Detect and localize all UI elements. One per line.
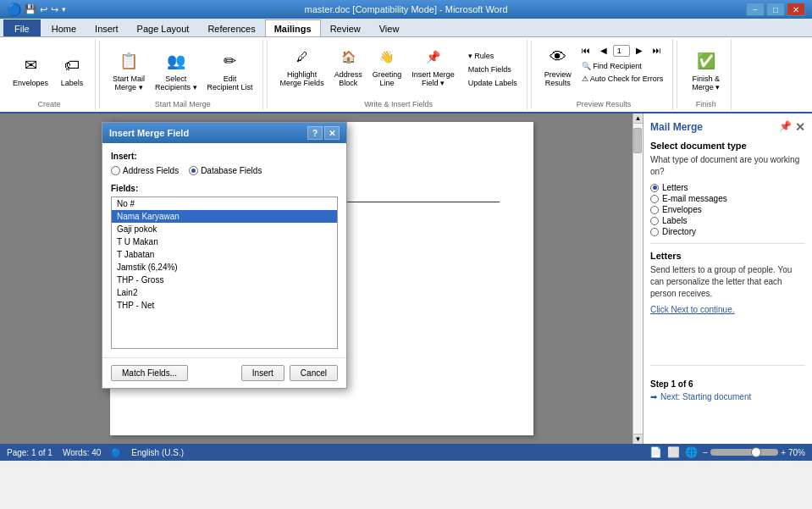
scroll-track: [633, 124, 643, 434]
last-record-button[interactable]: ⏭: [649, 44, 666, 57]
envelopes-icon: ✉: [17, 52, 44, 79]
email-radio[interactable]: E-mail messages: [650, 194, 805, 203]
edit-recipient-list-button[interactable]: ✏ EditRecipient List: [203, 45, 257, 94]
tab-review[interactable]: Review: [321, 19, 370, 36]
maximize-button[interactable]: □: [766, 3, 785, 16]
zoom-in-button[interactable]: +: [781, 448, 786, 457]
address-fields-radio[interactable]: Address Fields: [111, 166, 179, 175]
highlight-merge-fields-button[interactable]: 🖊 HighlightMerge Fields: [276, 41, 329, 90]
tab-mailings[interactable]: Mailings: [265, 19, 321, 36]
panel-close-button[interactable]: ✕: [795, 120, 805, 134]
insert-merge-field-button[interactable]: 📌 Insert MergeField ▾: [407, 41, 459, 90]
close-button[interactable]: ✕: [787, 3, 805, 16]
database-fields-radio[interactable]: Database Fields: [189, 166, 262, 175]
record-number[interactable]: 1: [613, 45, 630, 57]
view-web-icon[interactable]: 🌐: [685, 446, 698, 458]
field-item-nama-karyawan[interactable]: Nama Karyawan: [112, 210, 337, 223]
panel-pin-icon[interactable]: 📌: [779, 120, 792, 134]
scroll-down-button[interactable]: ▼: [633, 434, 643, 444]
field-item-thp-net[interactable]: THP - Net: [112, 299, 337, 312]
address-icon: 🏠: [334, 43, 362, 70]
labels-button[interactable]: 🏷 Labels: [54, 49, 90, 90]
greeting-icon: 👋: [373, 43, 400, 70]
field-item-gaji-pokok[interactable]: Gaji pokok: [112, 223, 337, 235]
next-step-button[interactable]: ➡ Next: Starting document: [650, 392, 805, 401]
select-recipients-button[interactable]: 👥 SelectRecipients ▾: [151, 45, 202, 94]
labels-icon: 🏷: [58, 52, 86, 79]
envelopes-button[interactable]: ✉ Envelopes: [8, 49, 52, 90]
zoom-slider[interactable]: [710, 449, 778, 456]
prev-record-button[interactable]: ◀: [596, 44, 611, 57]
tab-file[interactable]: File: [3, 19, 41, 36]
tab-home[interactable]: Home: [42, 19, 86, 36]
labels-radio[interactable]: Labels: [650, 216, 805, 225]
start-mail-merge-button[interactable]: 📋 Start MailMerge ▾: [108, 45, 149, 94]
quick-redo[interactable]: ↪: [51, 4, 58, 15]
field-item-tu-makan[interactable]: T U Makan: [112, 235, 337, 248]
ribbon-group-start-mail-merge: 📋 Start MailMerge ▾ 👥 SelectRecipients ▾…: [103, 39, 263, 110]
word-icon: 🔵: [7, 3, 21, 16]
find-recipient-button[interactable]: 🔍 Find Recipient: [577, 60, 668, 72]
next-step-label: Next: Starting document: [660, 392, 751, 401]
quick-undo[interactable]: ↩: [40, 4, 47, 15]
doc-vscrollbar: ▲ ▼: [632, 113, 643, 444]
field-item-no[interactable]: No #: [112, 197, 337, 210]
write-insert-content: 🖊 HighlightMerge Fields 🏠 AddressBlock 👋…: [276, 41, 522, 98]
preview-results-button[interactable]: 👁 PreviewResults: [540, 41, 576, 90]
email-label: E-mail messages: [662, 194, 727, 203]
first-record-button[interactable]: ⏮: [577, 44, 594, 57]
tab-page-layout[interactable]: Page Layout: [128, 19, 199, 36]
preview-icon: 👁: [544, 43, 572, 70]
update-labels-button[interactable]: Update Labels: [464, 77, 522, 89]
letters-radio[interactable]: Letters: [650, 183, 805, 192]
status-right: 📄 ⬜ 🌐 − + 70%: [649, 446, 805, 458]
auto-check-errors-button[interactable]: ⚠ Auto Check for Errors: [577, 73, 668, 85]
tab-references[interactable]: References: [198, 19, 264, 36]
zoom-out-button[interactable]: −: [703, 448, 708, 457]
address-fields-circle: [111, 166, 120, 175]
minimize-button[interactable]: −: [746, 3, 765, 16]
directory-radio[interactable]: Directory: [650, 227, 805, 236]
view-print-icon[interactable]: 📄: [649, 446, 662, 458]
field-item-lain2[interactable]: Lain2: [112, 286, 337, 299]
insert-button[interactable]: Insert: [241, 365, 284, 381]
labels-label: Labels: [61, 79, 84, 87]
title-bar-left: 🔵 💾 ↩ ↪ ▾: [7, 3, 66, 16]
scroll-up-button[interactable]: ▲: [633, 113, 643, 124]
scroll-thumb[interactable]: [633, 128, 642, 153]
quick-dropdown[interactable]: ▾: [62, 5, 66, 14]
cancel-button[interactable]: Cancel: [290, 365, 338, 381]
fields-listbox[interactable]: No # Nama Karyawan Gaji pokok T U Makan …: [111, 196, 338, 349]
field-item-thp-gross[interactable]: THP - Gross: [112, 274, 337, 286]
write-insert-small-buttons: ▾ Rules Match Fields Update Labels: [464, 41, 522, 98]
field-item-jamstik[interactable]: Jamstik (6,24%): [112, 261, 337, 274]
finish-merge-button[interactable]: ✅ Finish &Merge ▾: [688, 45, 724, 94]
rules-button[interactable]: ▾ Rules: [464, 50, 522, 62]
view-fullscreen-icon[interactable]: ⬜: [667, 446, 680, 458]
sep4: [677, 41, 677, 108]
envelopes-radio[interactable]: Envelopes: [650, 205, 805, 214]
match-fields-button[interactable]: Match Fields...: [111, 365, 188, 381]
fields-label: Fields:: [111, 184, 338, 193]
insert-label: Insert:: [111, 152, 338, 161]
finish-group-label: Finish: [696, 98, 716, 108]
dialog-close-button[interactable]: ✕: [324, 126, 340, 140]
field-item-t-jabatan[interactable]: T Jabatan: [112, 248, 337, 261]
greeting-line-button[interactable]: 👋 GreetingLine: [368, 41, 406, 90]
zoom-thumb[interactable]: [751, 447, 761, 457]
ribbon-group-finish: ✅ Finish &Merge ▾ Finish: [681, 39, 732, 110]
next-record-button[interactable]: ▶: [632, 44, 647, 57]
dialog-help-button[interactable]: ?: [307, 126, 323, 140]
edit-recipient-icon: ✏: [217, 47, 244, 75]
spell-check-icon[interactable]: 🔵: [111, 448, 121, 457]
words-info: Words: 40: [63, 448, 101, 457]
click-next-link[interactable]: Click Next to continue.: [650, 305, 805, 314]
finish-buttons: ✅ Finish &Merge ▾: [688, 41, 724, 98]
match-fields-button[interactable]: Match Fields: [464, 64, 522, 75]
quick-save[interactable]: 💾: [25, 4, 36, 15]
tab-view[interactable]: View: [370, 19, 409, 36]
zoom-level: 70%: [788, 448, 805, 457]
tab-insert[interactable]: Insert: [86, 19, 128, 36]
write-insert-large-buttons: 🖊 HighlightMerge Fields 🏠 AddressBlock 👋…: [276, 41, 459, 90]
address-block-button[interactable]: 🏠 AddressBlock: [330, 41, 367, 90]
